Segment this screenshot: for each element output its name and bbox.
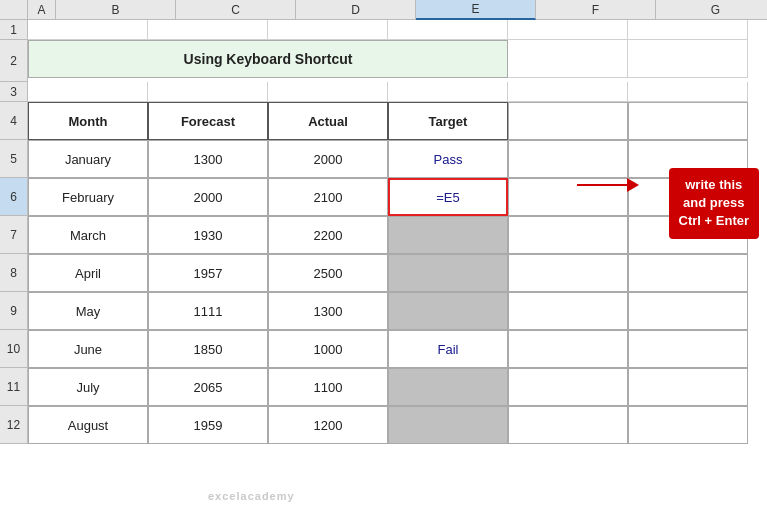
cell-e3[interactable]	[388, 82, 508, 102]
cell-g11[interactable]	[628, 368, 748, 406]
grid-body: Using Keyboard Shortcut Month Foreca	[28, 20, 767, 506]
cell-d7[interactable]: 2200	[268, 216, 388, 254]
cell-d12[interactable]: 1200	[268, 406, 388, 444]
col-header-e[interactable]: E	[416, 0, 536, 20]
cell-e9[interactable]	[388, 292, 508, 330]
cell-e8[interactable]	[388, 254, 508, 292]
cell-c8[interactable]: 1957	[148, 254, 268, 292]
spreadsheet: A B C D E F G 1 2 3 4 5 6 7 8 9 10 11 12	[0, 0, 767, 506]
cell-c7[interactable]: 1930	[148, 216, 268, 254]
row-header-7[interactable]: 7	[0, 216, 28, 254]
cell-g9[interactable]	[628, 292, 748, 330]
cell-c10[interactable]: 1850	[148, 330, 268, 368]
cell-b7[interactable]: March	[28, 216, 148, 254]
row-3	[28, 82, 767, 102]
cell-e6-formula[interactable]: =E5	[388, 178, 508, 216]
cell-f6[interactable]	[508, 178, 628, 216]
row-11: July 2065 1100	[28, 368, 767, 406]
col-header-b[interactable]: B	[56, 0, 176, 20]
cell-b11[interactable]: July	[28, 368, 148, 406]
header-month[interactable]: Month	[28, 102, 148, 140]
cell-c12[interactable]: 1959	[148, 406, 268, 444]
row-6: February 2000 2100 =E5	[28, 178, 767, 216]
cell-d11[interactable]: 1100	[268, 368, 388, 406]
row-header-8[interactable]: 8	[0, 254, 28, 292]
cell-d9[interactable]: 1300	[268, 292, 388, 330]
row-header-4[interactable]: 4	[0, 102, 28, 140]
cell-f2[interactable]	[508, 40, 628, 78]
cell-e5[interactable]: Pass	[388, 140, 508, 178]
row-header-6[interactable]: 6	[0, 178, 28, 216]
cell-b3[interactable]	[28, 82, 148, 102]
cell-f12[interactable]	[508, 406, 628, 444]
cell-e1[interactable]	[388, 20, 508, 40]
row-header-11[interactable]: 11	[0, 368, 28, 406]
col-header-d[interactable]: D	[296, 0, 416, 20]
row-8: April 1957 2500	[28, 254, 767, 292]
cell-f4[interactable]	[508, 102, 628, 140]
header-forecast[interactable]: Forecast	[148, 102, 268, 140]
cell-e11[interactable]	[388, 368, 508, 406]
col-header-a[interactable]: A	[28, 0, 56, 20]
cell-g5[interactable]	[628, 140, 748, 178]
cell-f9[interactable]	[508, 292, 628, 330]
cell-g10[interactable]	[628, 330, 748, 368]
cell-g4[interactable]	[628, 102, 748, 140]
cell-g1[interactable]	[628, 20, 748, 40]
cell-d5[interactable]: 2000	[268, 140, 388, 178]
cell-b12[interactable]: August	[28, 406, 148, 444]
row-1	[28, 20, 767, 40]
cell-f7[interactable]	[508, 216, 628, 254]
cell-f8[interactable]	[508, 254, 628, 292]
cell-d6[interactable]: 2100	[268, 178, 388, 216]
cell-f11[interactable]	[508, 368, 628, 406]
cell-f10[interactable]	[508, 330, 628, 368]
cell-b10[interactable]: June	[28, 330, 148, 368]
cell-b9[interactable]: May	[28, 292, 148, 330]
cell-g12[interactable]	[628, 406, 748, 444]
row-header-12[interactable]: 12	[0, 406, 28, 444]
cell-d10[interactable]: 1000	[268, 330, 388, 368]
cell-b1[interactable]	[28, 20, 148, 40]
row-2: Using Keyboard Shortcut	[28, 40, 767, 82]
header-target[interactable]: Target	[388, 102, 508, 140]
column-headers: A B C D E F G	[0, 0, 767, 20]
cell-f3[interactable]	[508, 82, 628, 102]
cell-d3[interactable]	[268, 82, 388, 102]
cell-g3[interactable]	[628, 82, 748, 102]
cell-b6[interactable]: February	[28, 178, 148, 216]
row-headers: 1 2 3 4 5 6 7 8 9 10 11 12	[0, 20, 28, 506]
row-9: May 1111 1300	[28, 292, 767, 330]
header-actual[interactable]: Actual	[268, 102, 388, 140]
row-header-2[interactable]: 2	[0, 40, 28, 82]
cell-g6[interactable]	[628, 178, 748, 216]
cell-g7[interactable]	[628, 216, 748, 254]
row-header-9[interactable]: 9	[0, 292, 28, 330]
row-header-1[interactable]: 1	[0, 20, 28, 40]
cell-c11[interactable]: 2065	[148, 368, 268, 406]
cell-f1[interactable]	[508, 20, 628, 40]
cell-b8[interactable]: April	[28, 254, 148, 292]
cell-e10[interactable]: Fail	[388, 330, 508, 368]
cell-g2[interactable]	[628, 40, 748, 78]
cell-c9[interactable]: 1111	[148, 292, 268, 330]
cell-f5[interactable]	[508, 140, 628, 178]
col-header-f[interactable]: F	[536, 0, 656, 20]
cell-e7[interactable]	[388, 216, 508, 254]
title-cell[interactable]: Using Keyboard Shortcut	[28, 40, 508, 78]
cell-c6[interactable]: 2000	[148, 178, 268, 216]
cell-g8[interactable]	[628, 254, 748, 292]
row-header-10[interactable]: 10	[0, 330, 28, 368]
cell-d8[interactable]: 2500	[268, 254, 388, 292]
row-10: June 1850 1000 Fail	[28, 330, 767, 368]
cell-d1[interactable]	[268, 20, 388, 40]
cell-b5[interactable]: January	[28, 140, 148, 178]
cell-c1[interactable]	[148, 20, 268, 40]
row-header-5[interactable]: 5	[0, 140, 28, 178]
row-header-3[interactable]: 3	[0, 82, 28, 102]
col-header-g[interactable]: G	[656, 0, 767, 20]
cell-c5[interactable]: 1300	[148, 140, 268, 178]
cell-c3[interactable]	[148, 82, 268, 102]
col-header-c[interactable]: C	[176, 0, 296, 20]
cell-e12[interactable]	[388, 406, 508, 444]
